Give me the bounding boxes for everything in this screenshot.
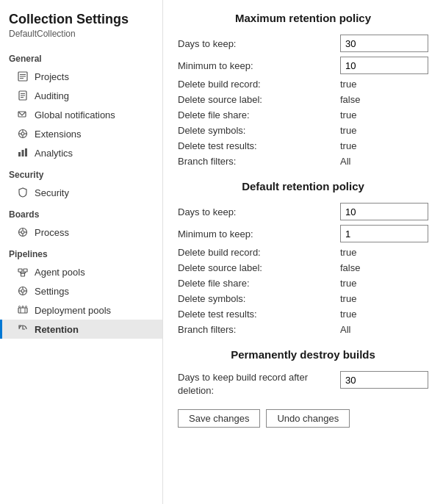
sidebar-item-settings[interactable]: Settings (0, 281, 162, 300)
section-label-security: Security (0, 162, 162, 183)
def-branch-filters-value: All (340, 324, 428, 335)
main-panel: Maximum retention policy Days to keep: M… (163, 0, 443, 504)
max-branch-filters-label: Branch filters: (178, 156, 340, 167)
def-min-to-keep-input[interactable] (340, 225, 428, 242)
def-days-to-keep-row: Days to keep: (178, 203, 428, 220)
save-button[interactable]: Save changes (178, 409, 260, 428)
svg-rect-17 (25, 148, 27, 156)
security-icon (17, 187, 29, 198)
max-delete-test-results-label: Delete test results: (178, 140, 340, 151)
sidebar-item-process[interactable]: Process (0, 223, 162, 242)
def-delete-build-record-value: true (340, 247, 428, 258)
def-min-to-keep-label: Minimum to keep: (178, 228, 340, 240)
max-min-to-keep-row: Minimum to keep: (178, 57, 428, 74)
def-delete-file-share-label: Delete file share: (178, 278, 340, 289)
svg-rect-36 (18, 308, 27, 313)
max-days-to-keep-input[interactable] (340, 35, 428, 52)
def-days-to-keep-input[interactable] (340, 203, 428, 220)
projects-icon (17, 71, 29, 82)
sidebar-item-retention[interactable]: Retention (0, 320, 162, 339)
sidebar-item-label-agent-pools: Agent pools (35, 267, 85, 278)
collection-subtitle: DefaultCollection (0, 29, 162, 46)
def-delete-source-label-value: false (340, 262, 428, 273)
sidebar-item-global-notifications[interactable]: Global notifications (0, 105, 162, 124)
max-days-to-keep-row: Days to keep: (178, 35, 428, 52)
action-buttons: Save changes Undo changes (178, 409, 428, 428)
destroy-days-keep-row: Days to keep build record after deletion… (178, 371, 428, 397)
def-delete-build-record-label: Delete build record: (178, 247, 340, 258)
svg-rect-3 (20, 78, 24, 79)
sidebar-item-auditing[interactable]: Auditing (0, 86, 162, 105)
def-days-to-keep-label: Days to keep: (178, 206, 340, 217)
svg-rect-16 (22, 150, 24, 156)
default-retention-table: Days to keep: Minimum to keep: Delete bu… (178, 203, 428, 335)
def-delete-source-label-label: Delete source label: (178, 262, 340, 273)
sidebar-item-label-process: Process (35, 227, 69, 238)
analytics-icon (17, 147, 29, 159)
max-delete-symbols-label: Delete symbols: (178, 125, 340, 136)
max-delete-source-label-row: Delete source label: false (178, 94, 428, 105)
svg-rect-7 (21, 97, 24, 98)
sidebar-item-label-retention: Retention (35, 324, 79, 335)
sidebar-item-label-analytics: Analytics (35, 148, 73, 159)
svg-rect-5 (21, 93, 25, 94)
max-delete-test-results-row: Delete test results: true (178, 140, 428, 151)
svg-point-39 (19, 306, 21, 308)
deployment-pools-icon (17, 304, 29, 316)
svg-point-19 (21, 231, 24, 234)
max-delete-build-record-value: true (340, 79, 428, 90)
max-delete-file-share-label: Delete file share: (178, 109, 340, 120)
def-branch-filters-label: Branch filters: (178, 324, 340, 335)
def-delete-test-results-label: Delete test results: (178, 309, 340, 320)
max-retention-heading: Maximum retention policy (178, 12, 428, 24)
def-delete-test-results-value: true (340, 309, 428, 320)
svg-point-10 (21, 132, 24, 135)
max-branch-filters-value: All (340, 156, 428, 167)
max-delete-source-label-label: Delete source label: (178, 94, 340, 105)
section-label-general: General (0, 46, 162, 67)
def-delete-file-share-row: Delete file share: true (178, 278, 428, 289)
sidebar-item-projects[interactable]: Projects (0, 67, 162, 86)
max-delete-source-label-value: false (340, 94, 428, 105)
def-delete-symbols-value: true (340, 293, 428, 304)
undo-button[interactable]: Undo changes (266, 409, 350, 428)
extensions-icon (17, 128, 29, 140)
svg-point-31 (21, 289, 24, 292)
sidebar-item-agent-pools[interactable]: Agent pools (0, 262, 162, 281)
max-delete-file-share-row: Delete file share: true (178, 109, 428, 120)
svg-rect-24 (18, 269, 22, 272)
page-title: Collection Settings (0, 9, 162, 29)
def-branch-filters-row: Branch filters: All (178, 324, 428, 335)
auditing-icon (17, 90, 29, 101)
svg-rect-25 (24, 269, 27, 272)
max-branch-filters-row: Branch filters: All (178, 156, 428, 167)
permanently-destroy-heading: Permanently destroy builds (178, 348, 428, 361)
sidebar-item-label-extensions: Extensions (35, 129, 82, 140)
max-days-to-keep-label: Days to keep: (178, 38, 340, 49)
sidebar-item-security[interactable]: Security (0, 183, 162, 202)
sidebar-item-label-security: Security (35, 187, 69, 198)
destroy-days-keep-label: Days to keep build record after deletion… (178, 371, 334, 397)
def-delete-symbols-row: Delete symbols: true (178, 293, 428, 304)
sidebar-item-label-deployment-pools: Deployment pools (35, 305, 111, 316)
sidebar-item-deployment-pools[interactable]: Deployment pools (0, 300, 162, 320)
section-label-boards: Boards (0, 202, 162, 223)
sidebar-item-label-auditing: Auditing (35, 90, 69, 101)
sidebar-item-label-global-notifications: Global notifications (35, 109, 115, 120)
svg-rect-1 (20, 74, 26, 75)
sidebar: Collection Settings DefaultCollection Ge… (0, 0, 163, 504)
max-delete-symbols-row: Delete symbols: true (178, 125, 428, 136)
max-delete-build-record-label: Delete build record: (178, 79, 340, 90)
svg-rect-6 (21, 96, 25, 96)
notifications-icon (17, 109, 29, 120)
max-min-to-keep-input[interactable] (340, 57, 428, 74)
section-label-pipelines: Pipelines (0, 242, 162, 262)
max-delete-file-share-value: true (340, 109, 428, 120)
def-delete-source-label-row: Delete source label: false (178, 262, 428, 273)
def-delete-build-record-row: Delete build record: true (178, 247, 428, 258)
sidebar-item-extensions[interactable]: Extensions (0, 124, 162, 143)
sidebar-item-analytics[interactable]: Analytics (0, 143, 162, 162)
destroy-days-keep-input[interactable] (340, 371, 428, 389)
def-min-to-keep-row: Minimum to keep: (178, 225, 428, 242)
svg-point-40 (22, 306, 24, 308)
